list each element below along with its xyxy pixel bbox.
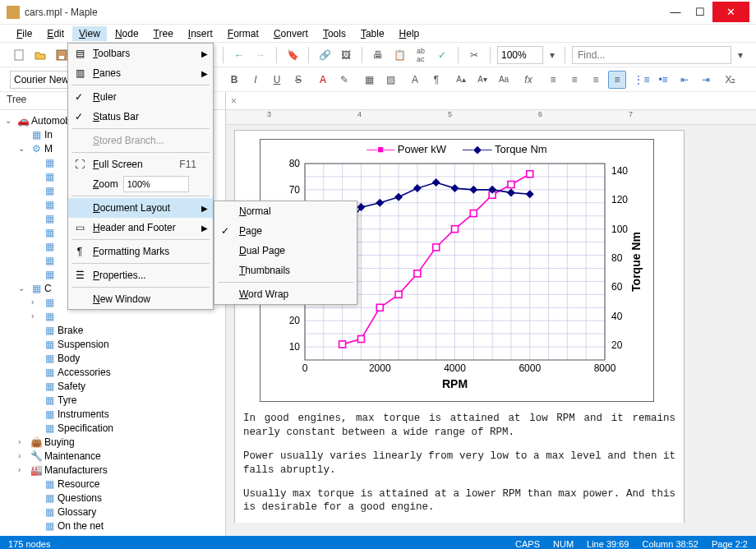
tree-node[interactable]: ▦On the net xyxy=(0,519,225,533)
ruler[interactable]: 34567 xyxy=(226,110,756,125)
grow-font-icon[interactable]: A▴ xyxy=(452,71,470,89)
find-input[interactable] xyxy=(572,46,731,64)
style-icon[interactable]: A xyxy=(406,71,424,89)
menu-item-document-layout[interactable]: Document Layout▶ xyxy=(68,198,213,218)
new-icon[interactable] xyxy=(10,46,28,64)
menu-file[interactable]: File xyxy=(10,26,39,41)
vertical-scrollbar[interactable] xyxy=(743,125,756,523)
zoom-combo[interactable] xyxy=(497,46,543,64)
menu-node[interactable]: Node xyxy=(108,26,145,41)
tree-node[interactable]: ›🏭Manufacturers xyxy=(0,463,225,477)
tree-node[interactable]: ▦Body xyxy=(0,351,225,365)
underline-button[interactable]: U xyxy=(268,71,286,89)
find-dropdown-icon[interactable]: ▾ xyxy=(735,46,746,64)
svg-text:70: 70 xyxy=(289,184,301,196)
tree-node[interactable]: ▦Tyre xyxy=(0,393,225,407)
clear-format-icon[interactable]: X₂ xyxy=(721,71,740,89)
align-justify-icon[interactable]: ≡ xyxy=(608,71,626,89)
tree-node[interactable]: ▦Questions xyxy=(0,491,225,505)
forward-icon[interactable]: → xyxy=(251,46,270,64)
svg-rect-60 xyxy=(376,304,383,311)
svg-text:80: 80 xyxy=(611,252,623,264)
zoom-input[interactable] xyxy=(123,176,189,192)
outdent-icon[interactable]: ⇤ xyxy=(675,71,694,89)
layout-thumbnails[interactable]: Thumbnails xyxy=(214,261,357,280)
maximize-button[interactable]: ☐ xyxy=(688,2,712,22)
change-case-icon[interactable]: Aa xyxy=(495,71,513,89)
menu-item-toolbars[interactable]: ▤Toolbars▶ xyxy=(68,44,213,63)
bullet-list-icon[interactable]: •≡ xyxy=(654,71,672,89)
menu-format[interactable]: Format xyxy=(221,26,265,41)
menu-convert[interactable]: Convert xyxy=(267,26,315,41)
font-color-icon[interactable]: A xyxy=(314,71,332,89)
menu-table[interactable]: Table xyxy=(354,26,391,41)
italic-button[interactable]: I xyxy=(247,71,265,89)
bold-button[interactable]: B xyxy=(225,71,243,89)
align-right-icon[interactable]: ≡ xyxy=(587,71,605,89)
menu-view[interactable]: View xyxy=(72,26,107,41)
spellcheck-icon[interactable]: ✓ xyxy=(433,46,451,64)
horizontal-scrollbar[interactable] xyxy=(226,523,743,536)
borders-icon[interactable]: ▦ xyxy=(360,71,378,89)
align-center-icon[interactable]: ≡ xyxy=(565,71,583,89)
document-layout-submenu[interactable]: Normal✓PageDual PageThumbnailsWord Wrap xyxy=(214,201,357,305)
zoom-dropdown-icon[interactable]: ▾ xyxy=(546,46,558,64)
image-icon[interactable]: 🖼 xyxy=(337,46,355,64)
indent-icon[interactable]: ⇥ xyxy=(697,71,715,89)
align-left-icon[interactable]: ≡ xyxy=(544,71,562,89)
menu-item-full-screen[interactable]: ⛶Full ScreenF11 xyxy=(68,155,213,174)
menu-item-status-bar[interactable]: ✓Status Bar xyxy=(68,107,213,127)
document-canvas[interactable]: —■— Power kW —◆— Torque Nm 0200040006000… xyxy=(226,125,756,536)
back-icon[interactable]: ← xyxy=(230,46,248,64)
tree-node[interactable]: ▦Resource xyxy=(0,477,225,491)
menu-edit[interactable]: Edit xyxy=(40,26,71,41)
tree-node[interactable]: ▦Instruments xyxy=(0,407,225,421)
tree-node[interactable]: ›▦ xyxy=(0,309,225,323)
shrink-font-icon[interactable]: A▾ xyxy=(473,71,491,89)
layout-dual-page[interactable]: Dual Page xyxy=(214,241,357,261)
tab-close-icon[interactable]: × xyxy=(231,95,237,107)
tree-node[interactable]: ▦Suspension xyxy=(0,337,225,351)
open-icon[interactable] xyxy=(31,46,49,64)
menu-item-panes[interactable]: ▥Panes▶ xyxy=(68,63,213,83)
tree-node[interactable]: ▦Specification xyxy=(0,421,225,435)
print-icon[interactable]: 🖶 xyxy=(369,46,387,64)
cut-icon[interactable]: ✂ xyxy=(465,46,483,64)
menu-item-properties-[interactable]: ☰Properties... xyxy=(68,265,213,285)
shading-icon[interactable]: ▧ xyxy=(381,71,399,89)
para-style-icon[interactable]: ¶ xyxy=(427,71,445,89)
menu-item-ruler[interactable]: ✓Ruler xyxy=(68,87,213,107)
menu-help[interactable]: Help xyxy=(393,26,426,41)
bookmark-icon[interactable]: 🔖 xyxy=(284,46,302,64)
view-menu-dropdown[interactable]: ▤Toolbars▶▥Panes▶✓Ruler✓Status BarStored… xyxy=(67,43,214,310)
layout-page[interactable]: ✓Page xyxy=(214,221,357,241)
tree-node[interactable]: ▦Glossary xyxy=(0,505,225,519)
svg-rect-65 xyxy=(470,210,477,217)
minimize-button[interactable]: — xyxy=(663,2,688,22)
menu-item-formatting-marks[interactable]: ¶Formatting Marks xyxy=(68,242,213,261)
link-icon[interactable]: 🔗 xyxy=(316,46,334,64)
tree-node[interactable]: ▦Safety xyxy=(0,379,225,393)
tree-node[interactable]: ▦Accessories xyxy=(0,365,225,379)
menu-tree[interactable]: Tree xyxy=(147,26,180,41)
menu-item-zoom[interactable]: Zoom xyxy=(68,174,213,194)
status-line: Line 39:69 xyxy=(587,539,629,549)
close-button[interactable]: ✕ xyxy=(712,2,749,22)
menu-insert[interactable]: Insert xyxy=(182,26,219,41)
tree-node[interactable]: ▦Toys xyxy=(0,533,225,536)
tree-node[interactable]: ▦Brake xyxy=(0,323,225,337)
menu-item-new-window[interactable]: New Window xyxy=(68,289,213,309)
layout-normal[interactable]: Normal xyxy=(214,201,357,221)
formula-icon[interactable]: fx xyxy=(519,71,537,89)
menu-item-header-and-footer[interactable]: ▭Header and Footer▶ xyxy=(68,218,213,238)
menu-tools[interactable]: Tools xyxy=(316,26,353,41)
task-icon[interactable]: 📋 xyxy=(390,46,408,64)
tree-node[interactable]: ›🔧Maintenance xyxy=(0,449,225,463)
replace-icon[interactable]: abac xyxy=(412,46,430,64)
svg-rect-68 xyxy=(527,171,533,178)
tree-node[interactable]: ›👜Buying xyxy=(0,435,225,449)
strike-button[interactable]: S xyxy=(289,71,307,89)
layout-word-wrap[interactable]: Word Wrap xyxy=(214,284,357,304)
highlight-icon[interactable]: ✎ xyxy=(335,71,353,89)
numbered-list-icon[interactable]: ⋮≡ xyxy=(633,71,651,89)
